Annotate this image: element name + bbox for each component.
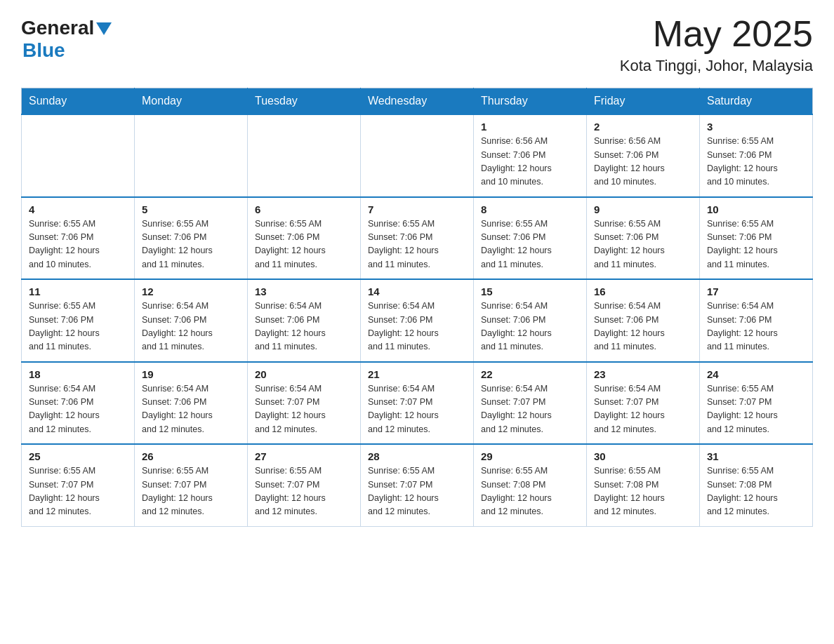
calendar-cell: 9Sunrise: 6:55 AMSunset: 7:06 PMDaylight… <box>587 197 700 280</box>
day-number: 16 <box>594 286 692 297</box>
col-header-sunday: Sunday <box>22 88 135 115</box>
col-header-tuesday: Tuesday <box>248 88 361 115</box>
calendar-week-row: 4Sunrise: 6:55 AMSunset: 7:06 PMDaylight… <box>22 197 813 280</box>
day-number: 5 <box>142 203 240 215</box>
day-number: 10 <box>707 203 805 215</box>
day-info: Sunrise: 6:54 AMSunset: 7:06 PMDaylight:… <box>142 382 240 437</box>
day-info: Sunrise: 6:54 AMSunset: 7:06 PMDaylight:… <box>481 300 579 354</box>
day-info: Sunrise: 6:55 AMSunset: 7:06 PMDaylight:… <box>707 135 805 189</box>
day-info: Sunrise: 6:55 AMSunset: 7:06 PMDaylight:… <box>594 217 692 272</box>
day-number: 25 <box>29 450 127 462</box>
day-info: Sunrise: 6:55 AMSunset: 7:06 PMDaylight:… <box>29 217 127 272</box>
day-number: 23 <box>594 368 692 380</box>
calendar-cell: 19Sunrise: 6:54 AMSunset: 7:06 PMDayligh… <box>135 362 248 445</box>
logo-blue-text: Blue <box>22 39 65 62</box>
calendar-subtitle: Kota Tinggi, Johor, Malaysia <box>620 57 813 75</box>
col-header-saturday: Saturday <box>700 88 813 115</box>
day-number: 24 <box>707 368 805 380</box>
calendar-cell <box>135 114 248 197</box>
day-number: 22 <box>481 368 579 380</box>
day-number: 13 <box>255 286 353 297</box>
calendar-cell: 16Sunrise: 6:54 AMSunset: 7:06 PMDayligh… <box>587 279 700 362</box>
day-info: Sunrise: 6:55 AMSunset: 7:06 PMDaylight:… <box>255 217 353 272</box>
day-info: Sunrise: 6:54 AMSunset: 7:06 PMDaylight:… <box>142 300 240 354</box>
calendar-cell: 18Sunrise: 6:54 AMSunset: 7:06 PMDayligh… <box>22 362 135 445</box>
col-header-thursday: Thursday <box>474 88 587 115</box>
calendar-cell: 8Sunrise: 6:55 AMSunset: 7:06 PMDaylight… <box>474 197 587 280</box>
calendar-title: May 2025 <box>620 14 813 54</box>
day-number: 11 <box>29 286 127 297</box>
col-header-friday: Friday <box>587 88 700 115</box>
day-number: 21 <box>368 368 466 380</box>
calendar-table: SundayMondayTuesdayWednesdayThursdayFrid… <box>21 88 813 527</box>
calendar-cell: 27Sunrise: 6:55 AMSunset: 7:07 PMDayligh… <box>248 444 361 526</box>
day-number: 1 <box>481 121 579 133</box>
day-info: Sunrise: 6:54 AMSunset: 7:06 PMDaylight:… <box>255 300 353 354</box>
calendar-cell: 5Sunrise: 6:55 AMSunset: 7:06 PMDaylight… <box>135 197 248 280</box>
calendar-cell: 3Sunrise: 6:55 AMSunset: 7:06 PMDaylight… <box>700 114 813 197</box>
day-info: Sunrise: 6:54 AMSunset: 7:07 PMDaylight:… <box>255 382 353 437</box>
day-number: 26 <box>142 450 240 462</box>
day-number: 3 <box>707 121 805 133</box>
calendar-cell: 23Sunrise: 6:54 AMSunset: 7:07 PMDayligh… <box>587 362 700 445</box>
page-header: General Blue May 2025 Kota Tinggi, Johor… <box>21 14 813 75</box>
day-info: Sunrise: 6:55 AMSunset: 7:06 PMDaylight:… <box>142 217 240 272</box>
day-info: Sunrise: 6:54 AMSunset: 7:06 PMDaylight:… <box>707 300 805 354</box>
day-info: Sunrise: 6:54 AMSunset: 7:06 PMDaylight:… <box>594 300 692 354</box>
calendar-cell: 10Sunrise: 6:55 AMSunset: 7:06 PMDayligh… <box>700 197 813 280</box>
day-info: Sunrise: 6:55 AMSunset: 7:07 PMDaylight:… <box>142 464 240 519</box>
day-info: Sunrise: 6:55 AMSunset: 7:07 PMDaylight:… <box>707 382 805 437</box>
day-number: 12 <box>142 286 240 297</box>
calendar-cell <box>22 114 135 197</box>
day-info: Sunrise: 6:54 AMSunset: 7:06 PMDaylight:… <box>368 300 466 354</box>
calendar-cell <box>248 114 361 197</box>
calendar-cell <box>361 114 474 197</box>
day-info: Sunrise: 6:55 AMSunset: 7:08 PMDaylight:… <box>594 464 692 519</box>
day-info: Sunrise: 6:55 AMSunset: 7:07 PMDaylight:… <box>368 464 466 519</box>
day-number: 19 <box>142 368 240 380</box>
day-number: 18 <box>29 368 127 380</box>
logo-general-text: General <box>21 18 94 38</box>
day-info: Sunrise: 6:55 AMSunset: 7:07 PMDaylight:… <box>29 464 127 519</box>
calendar-cell: 1Sunrise: 6:56 AMSunset: 7:06 PMDaylight… <box>474 114 587 197</box>
calendar-cell: 7Sunrise: 6:55 AMSunset: 7:06 PMDaylight… <box>361 197 474 280</box>
day-number: 8 <box>481 203 579 215</box>
calendar-cell: 21Sunrise: 6:54 AMSunset: 7:07 PMDayligh… <box>361 362 474 445</box>
day-info: Sunrise: 6:55 AMSunset: 7:07 PMDaylight:… <box>255 464 353 519</box>
day-info: Sunrise: 6:56 AMSunset: 7:06 PMDaylight:… <box>481 135 579 189</box>
day-number: 2 <box>594 121 692 133</box>
title-block: May 2025 Kota Tinggi, Johor, Malaysia <box>620 14 813 75</box>
calendar-cell: 24Sunrise: 6:55 AMSunset: 7:07 PMDayligh… <box>700 362 813 445</box>
calendar-cell: 4Sunrise: 6:55 AMSunset: 7:06 PMDaylight… <box>22 197 135 280</box>
day-number: 20 <box>255 368 353 380</box>
day-info: Sunrise: 6:55 AMSunset: 7:08 PMDaylight:… <box>707 464 805 519</box>
day-number: 15 <box>481 286 579 297</box>
calendar-header-row: SundayMondayTuesdayWednesdayThursdayFrid… <box>22 88 813 115</box>
calendar-cell: 12Sunrise: 6:54 AMSunset: 7:06 PMDayligh… <box>135 279 248 362</box>
col-header-monday: Monday <box>135 88 248 115</box>
col-header-wednesday: Wednesday <box>361 88 474 115</box>
day-info: Sunrise: 6:55 AMSunset: 7:06 PMDaylight:… <box>481 217 579 272</box>
calendar-week-row: 18Sunrise: 6:54 AMSunset: 7:06 PMDayligh… <box>22 362 813 445</box>
calendar-week-row: 25Sunrise: 6:55 AMSunset: 7:07 PMDayligh… <box>22 444 813 526</box>
calendar-cell: 17Sunrise: 6:54 AMSunset: 7:06 PMDayligh… <box>700 279 813 362</box>
calendar-cell: 2Sunrise: 6:56 AMSunset: 7:06 PMDaylight… <box>587 114 700 197</box>
calendar-cell: 6Sunrise: 6:55 AMSunset: 7:06 PMDaylight… <box>248 197 361 280</box>
day-info: Sunrise: 6:54 AMSunset: 7:07 PMDaylight:… <box>481 382 579 437</box>
calendar-cell: 22Sunrise: 6:54 AMSunset: 7:07 PMDayligh… <box>474 362 587 445</box>
calendar-cell: 31Sunrise: 6:55 AMSunset: 7:08 PMDayligh… <box>700 444 813 526</box>
day-info: Sunrise: 6:55 AMSunset: 7:06 PMDaylight:… <box>707 217 805 272</box>
calendar-cell: 30Sunrise: 6:55 AMSunset: 7:08 PMDayligh… <box>587 444 700 526</box>
day-number: 17 <box>707 286 805 297</box>
calendar-cell: 26Sunrise: 6:55 AMSunset: 7:07 PMDayligh… <box>135 444 248 526</box>
calendar-week-row: 11Sunrise: 6:55 AMSunset: 7:06 PMDayligh… <box>22 279 813 362</box>
day-number: 31 <box>707 450 805 462</box>
calendar-cell: 13Sunrise: 6:54 AMSunset: 7:06 PMDayligh… <box>248 279 361 362</box>
day-number: 29 <box>481 450 579 462</box>
day-number: 6 <box>255 203 353 215</box>
day-info: Sunrise: 6:55 AMSunset: 7:06 PMDaylight:… <box>368 217 466 272</box>
calendar-cell: 28Sunrise: 6:55 AMSunset: 7:07 PMDayligh… <box>361 444 474 526</box>
day-number: 28 <box>368 450 466 462</box>
calendar-cell: 11Sunrise: 6:55 AMSunset: 7:06 PMDayligh… <box>22 279 135 362</box>
day-number: 9 <box>594 203 692 215</box>
